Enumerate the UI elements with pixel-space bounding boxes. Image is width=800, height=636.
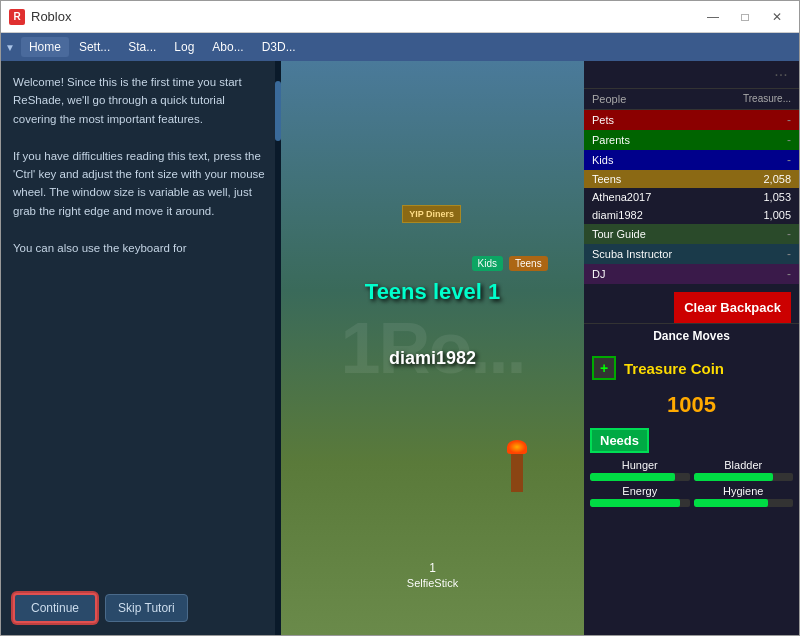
tutorial-panel: Welcome! Since this is the first time yo… <box>1 61 281 635</box>
menu-log[interactable]: Log <box>166 37 202 57</box>
lb-row-pets: Pets - <box>584 110 799 130</box>
right-panel: ··· People Treasure... Pets - Parents - … <box>584 61 799 635</box>
hunger-bar <box>590 473 675 481</box>
app-window: R Roblox — □ ✕ ▼ Home Sett... Sta... Log… <box>0 0 800 636</box>
torch-flame <box>507 440 527 454</box>
options-button[interactable]: ··· <box>767 65 795 85</box>
lb-row-scuba: Scuba Instructor - <box>584 244 799 264</box>
item-count: 1 <box>407 561 458 575</box>
lb-row-diami: diami1982 1,005 <box>584 206 799 224</box>
menu-stats[interactable]: Sta... <box>120 37 164 57</box>
need-energy: Energy <box>590 485 690 507</box>
menu-settings[interactable]: Sett... <box>71 37 118 57</box>
tutorial-paragraph-2: If you have difficulties reading this te… <box>13 147 269 221</box>
game-viewport: 1Ro... YIP Diners Kids Teens Teens level… <box>281 61 584 635</box>
window-controls: — □ ✕ <box>699 6 791 28</box>
skip-button[interactable]: Skip Tutori <box>105 594 188 622</box>
lb-row-kids: Kids - <box>584 150 799 170</box>
player-name: diami1982 <box>389 348 476 369</box>
menu-d3d[interactable]: D3D... <box>254 37 304 57</box>
app-icon: R <box>9 9 25 25</box>
clear-backpack-button[interactable]: Clear Backpack <box>674 292 791 323</box>
tutorial-paragraph-3: You can also use the keyboard for <box>13 239 269 257</box>
main-content: Welcome! Since this is the first time yo… <box>1 61 799 635</box>
lb-row-teens: Teens 2,058 <box>584 170 799 188</box>
teens-label: Teens <box>509 256 548 271</box>
game-scene: 1Ro... YIP Diners Kids Teens Teens level… <box>281 61 584 635</box>
coin-amount: 1005 <box>584 388 799 424</box>
lb-row-dj: DJ - <box>584 264 799 284</box>
item-display: 1 SelfieStick <box>407 561 458 589</box>
tutorial-buttons: Continue Skip Tutori <box>13 593 269 623</box>
needs-header: Needs <box>590 428 649 453</box>
menu-about[interactable]: Abo... <box>204 37 251 57</box>
titlebar: R Roblox — □ ✕ <box>1 1 799 33</box>
hygiene-bar <box>694 499 769 507</box>
dance-moves[interactable]: Dance Moves <box>584 323 799 348</box>
menu-arrow-icon: ▼ <box>5 42 15 53</box>
close-button[interactable]: ✕ <box>763 6 791 28</box>
energy-bar <box>590 499 680 507</box>
need-hygiene: Hygiene <box>694 485 794 507</box>
needs-grid: Hunger Bladder Energy <box>590 459 793 507</box>
minimize-button[interactable]: — <box>699 6 727 28</box>
tutorial-text: Welcome! Since this is the first time yo… <box>13 73 269 581</box>
need-hunger: Hunger <box>590 459 690 481</box>
game-sign: YIP Diners <box>402 205 461 223</box>
kids-label: Kids <box>472 256 503 271</box>
menu-home[interactable]: Home <box>21 37 69 57</box>
treasure-section: + Treasure Coin <box>584 348 799 388</box>
tutorial-paragraph-1: Welcome! Since this is the first time yo… <box>13 73 269 128</box>
menubar: ▼ Home Sett... Sta... Log Abo... D3D... <box>1 33 799 61</box>
level-text: Teens level 1 <box>365 279 500 305</box>
torch <box>511 452 523 492</box>
item-name: SelfieStick <box>407 577 458 589</box>
maximize-button[interactable]: □ <box>731 6 759 28</box>
col-people: People <box>592 93 743 105</box>
leaderboard-header: People Treasure... <box>584 89 799 110</box>
coin-icon: + <box>592 356 616 380</box>
lb-row-parents: Parents - <box>584 130 799 150</box>
need-bladder: Bladder <box>694 459 794 481</box>
treasure-coin-label: Treasure Coin <box>624 360 724 377</box>
lb-row-athena: Athena2017 1,053 <box>584 188 799 206</box>
needs-section: Needs Hunger Bladder <box>584 424 799 635</box>
window-title: Roblox <box>31 9 699 24</box>
bladder-bar <box>694 473 774 481</box>
continue-button[interactable]: Continue <box>13 593 97 623</box>
col-treasure: Treasure... <box>743 93 791 105</box>
lb-row-tourguide: Tour Guide - <box>584 224 799 244</box>
game-labels: Kids Teens <box>472 256 548 271</box>
